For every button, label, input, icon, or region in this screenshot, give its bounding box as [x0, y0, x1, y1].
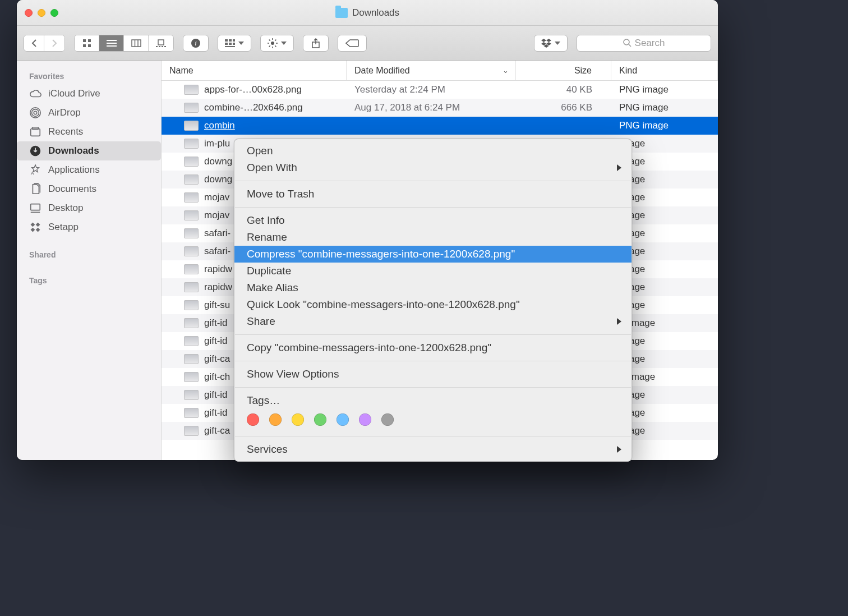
file-name: rapidw [204, 282, 232, 293]
info-button[interactable]: i [183, 35, 209, 52]
tags-button[interactable] [338, 35, 367, 52]
menu-rename[interactable]: Rename [234, 229, 632, 246]
icon-view-button[interactable] [75, 35, 99, 51]
share-button[interactable] [303, 35, 329, 52]
file-thumbnail-icon [184, 174, 199, 185]
file-row[interactable]: combine-…20x646.pngAug 17, 2018 at 6:24 … [162, 99, 718, 117]
tag-red[interactable] [247, 413, 259, 426]
svg-rect-30 [269, 45, 270, 47]
svg-rect-45 [31, 223, 35, 227]
file-thumbnail-icon [184, 103, 199, 113]
file-name: gift-id [204, 335, 228, 347]
file-thumbnail-icon [184, 192, 199, 203]
menu-separator [235, 334, 631, 335]
svg-rect-2 [83, 44, 86, 47]
menu-duplicate[interactable]: Duplicate [234, 263, 632, 279]
tag-blue[interactable] [337, 413, 349, 426]
menu-open-with[interactable]: Open With [234, 159, 632, 176]
airdrop-icon [29, 107, 42, 119]
minimize-button[interactable] [38, 9, 45, 17]
column-name[interactable]: Name [162, 61, 347, 80]
file-thumbnail-icon [184, 85, 199, 95]
sidebar-item-label: Desktop [48, 203, 83, 214]
sidebar-item-recents[interactable]: Recents [17, 122, 161, 141]
back-button[interactable] [24, 35, 44, 51]
downloads-icon [29, 145, 42, 157]
file-thumbnail-icon [184, 139, 199, 149]
sidebar-item-setapp[interactable]: Setapp [17, 218, 161, 237]
svg-rect-23 [225, 46, 235, 47]
tag-purple[interactable] [359, 413, 371, 426]
sidebar-item-icloud[interactable]: iCloud Drive [17, 84, 161, 103]
sidebar-item-label: Documents [48, 183, 96, 195]
sort-indicator-icon: ⌄ [503, 66, 509, 75]
menu-compress[interactable]: Compress "combine-messagers-into-one-120… [234, 246, 632, 263]
tag-gray[interactable] [381, 413, 394, 426]
svg-rect-18 [229, 39, 232, 42]
svg-rect-40 [33, 127, 39, 130]
file-size: 40 KB [516, 84, 611, 95]
sidebar-item-applications[interactable]: A Applications [17, 160, 161, 180]
view-switcher [74, 35, 174, 52]
column-kind[interactable]: Kind [611, 61, 718, 80]
menu-move-to-trash[interactable]: Move to Trash [234, 186, 632, 203]
column-size[interactable]: Size [516, 61, 611, 80]
file-row[interactable]: apps-for-…00x628.pngYesterday at 2:24 PM… [162, 81, 718, 99]
sidebar-item-desktop[interactable]: Desktop [17, 199, 161, 218]
list-view-button[interactable] [99, 35, 124, 51]
column-date[interactable]: Date Modified⌄ [347, 61, 516, 80]
sidebar-item-downloads[interactable]: Downloads [17, 141, 161, 160]
file-thumbnail-icon [184, 264, 199, 274]
svg-rect-4 [107, 40, 117, 41]
file-thumbnail-icon [184, 354, 199, 364]
file-thumbnail-icon [184, 282, 199, 292]
menu-make-alias[interactable]: Make Alias [234, 279, 632, 296]
svg-rect-0 [83, 39, 86, 42]
file-kind: PNG image [611, 102, 718, 113]
file-kind: PNG image [611, 120, 718, 131]
sidebar-item-label: iCloud Drive [48, 88, 100, 99]
sidebar-item-documents[interactable]: Documents [17, 180, 161, 199]
sidebar-item-label: Recents [48, 126, 83, 137]
file-row[interactable]: combinPNG image [162, 117, 718, 135]
menu-separator [235, 361, 631, 361]
forward-button[interactable] [44, 35, 64, 51]
submenu-arrow-icon [617, 164, 621, 171]
file-name: mojav [204, 192, 229, 203]
search-field[interactable]: Search [577, 35, 711, 52]
file-thumbnail-icon [184, 210, 199, 220]
tag-yellow[interactable] [292, 413, 304, 426]
menu-view-options[interactable]: Show View Options [234, 366, 632, 383]
menu-share[interactable]: Share [234, 313, 632, 330]
tag-orange[interactable] [269, 413, 282, 426]
sidebar-item-airdrop[interactable]: AirDrop [17, 103, 161, 122]
file-thumbnail-icon [184, 408, 199, 418]
column-view-button[interactable] [124, 35, 149, 51]
menu-tags[interactable]: Tags… [234, 392, 632, 409]
svg-rect-11 [156, 46, 158, 47]
action-button[interactable] [260, 35, 294, 52]
menu-separator [235, 181, 631, 181]
dropbox-button[interactable] [534, 35, 568, 52]
gallery-view-button[interactable] [149, 35, 173, 51]
zoom-button[interactable] [50, 9, 58, 17]
file-name: mojav [204, 210, 229, 221]
group-button[interactable] [218, 35, 251, 52]
svg-rect-21 [229, 43, 232, 45]
menu-services[interactable]: Services [234, 441, 632, 458]
menu-quick-look[interactable]: Quick Look "combine-messagers-into-one-1… [234, 296, 632, 313]
svg-text:A: A [31, 171, 35, 176]
close-button[interactable] [25, 9, 33, 17]
menu-copy[interactable]: Copy "combine-messagers-into-one-1200x62… [234, 339, 632, 356]
svg-rect-12 [159, 46, 160, 47]
tag-green[interactable] [314, 413, 326, 426]
menu-get-info[interactable]: Get Info [234, 212, 632, 229]
chevron-down-icon [555, 42, 560, 45]
svg-rect-14 [164, 46, 166, 47]
svg-point-36 [34, 111, 37, 114]
menu-separator [235, 387, 631, 388]
file-name: rapidw [204, 264, 232, 275]
file-name: downg [204, 156, 232, 167]
svg-rect-22 [233, 43, 235, 45]
menu-open[interactable]: Open [234, 142, 632, 159]
